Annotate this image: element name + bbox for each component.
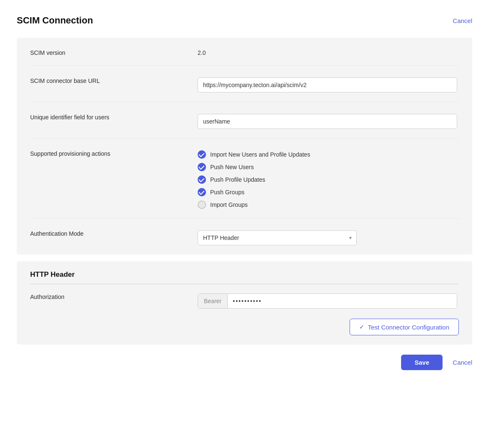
checkbox-item-2[interactable]: Push Profile Updates xyxy=(198,175,459,184)
test-connector-button[interactable]: ✓ Test Connector Configuration xyxy=(350,319,459,335)
cancel-button-bottom[interactable]: Cancel xyxy=(453,359,472,366)
test-connector-label: Test Connector Configuration xyxy=(368,324,449,331)
checkbox-label-1: Push New Users xyxy=(210,164,254,170)
auth-mode-select-wrapper: HTTP HeaderBasic AuthOAuth 2.0 ▾ xyxy=(198,230,357,245)
unique-identifier-label: Unique identifier field for users xyxy=(30,111,198,121)
base-url-field-wrapper xyxy=(198,75,459,93)
page-header: SCIM Connection Cancel xyxy=(17,15,472,26)
auth-token-input[interactable] xyxy=(228,294,457,308)
checkboxes-container: Import New Users and Profile UpdatesPush… xyxy=(198,150,459,209)
base-url-row: SCIM connector base URL xyxy=(30,66,459,102)
auth-mode-row: Authentication Mode HTTP HeaderBasic Aut… xyxy=(30,219,459,255)
checkbox-item-0[interactable]: Import New Users and Profile Updates xyxy=(198,150,459,159)
checkbox-item-3[interactable]: Push Groups xyxy=(198,188,459,196)
checkbox-label-4: Import Groups xyxy=(210,201,247,208)
auth-prefix-label: Bearer xyxy=(198,294,228,308)
checkbox-icon-1 xyxy=(198,163,206,171)
checkbox-icon-4 xyxy=(198,201,206,209)
form-section-top: SCIM version 2.0 SCIM connector base URL… xyxy=(17,38,472,255)
auth-mode-label: Authentication Mode xyxy=(30,228,198,237)
provisioning-actions-label: Supported provisioning actions xyxy=(30,148,198,157)
cancel-button-top[interactable]: Cancel xyxy=(453,17,472,24)
auth-mode-select[interactable]: HTTP HeaderBasic AuthOAuth 2.0 xyxy=(198,230,357,245)
provisioning-actions-row: Supported provisioning actions Import Ne… xyxy=(30,139,459,219)
checkbox-item-4[interactable]: Import Groups xyxy=(198,201,459,209)
base-url-label: SCIM connector base URL xyxy=(30,75,198,84)
test-connector-wrapper: ✓ Test Connector Configuration xyxy=(30,319,459,335)
checkbox-label-0: Import New Users and Profile Updates xyxy=(210,151,310,158)
save-button[interactable]: Save xyxy=(401,355,443,370)
http-header-title: HTTP Header xyxy=(30,270,459,279)
checkbox-icon-2 xyxy=(198,175,206,184)
page-title: SCIM Connection xyxy=(17,15,93,26)
checkbox-label-2: Push Profile Updates xyxy=(210,176,265,183)
scim-version-label: SCIM version xyxy=(30,47,198,56)
checkbox-item-1[interactable]: Push New Users xyxy=(198,163,459,171)
auth-input-group: Bearer xyxy=(198,294,457,309)
checkbox-label-3: Push Groups xyxy=(210,189,244,196)
base-url-input[interactable] xyxy=(198,77,457,93)
checkbox-icon-3 xyxy=(198,188,206,196)
unique-identifier-row: Unique identifier field for users xyxy=(30,102,459,139)
check-icon: ✓ xyxy=(359,323,365,331)
scim-version-value: 2.0 xyxy=(198,47,459,56)
unique-identifier-field-wrapper xyxy=(198,111,459,129)
authorization-field-wrapper: Bearer xyxy=(198,291,459,309)
provisioning-actions-list: Import New Users and Profile UpdatesPush… xyxy=(198,148,459,209)
authorization-row: Authorization Bearer xyxy=(30,291,459,309)
checkbox-icon-0 xyxy=(198,150,206,159)
authorization-label: Authorization xyxy=(30,291,198,300)
unique-identifier-input[interactable] xyxy=(198,114,457,129)
http-header-section: HTTP Header Authorization Bearer ✓ Test … xyxy=(17,261,472,345)
scim-version-row: SCIM version 2.0 xyxy=(30,38,459,66)
bottom-actions: Save Cancel xyxy=(17,355,472,370)
auth-mode-field-wrapper: HTTP HeaderBasic AuthOAuth 2.0 ▾ xyxy=(198,228,459,245)
